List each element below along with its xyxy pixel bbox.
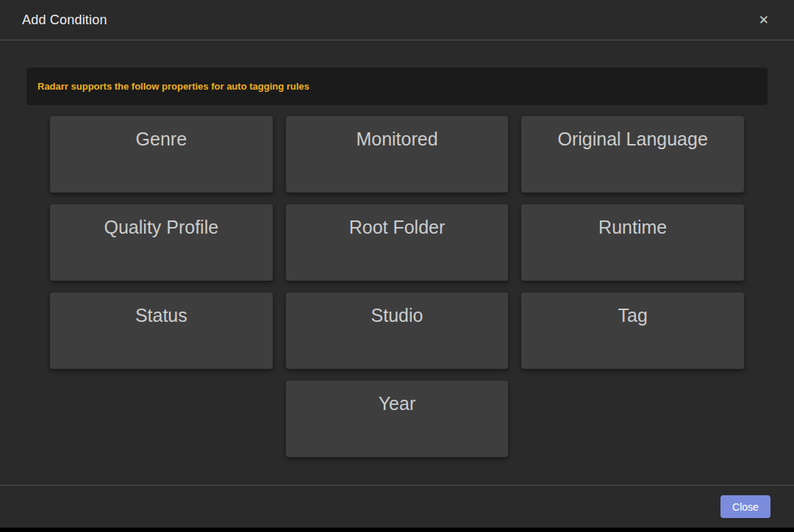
auto-tagging-info-banner: Radarr supports the follow properties fo…: [26, 68, 768, 105]
condition-card-monitored[interactable]: Monitored: [286, 116, 509, 193]
close-icon[interactable]: ✕: [756, 11, 772, 29]
condition-card-runtime[interactable]: Runtime: [521, 204, 744, 281]
condition-card-tag[interactable]: Tag: [521, 292, 744, 369]
close-button[interactable]: Close: [720, 495, 770, 518]
modal-footer: Close: [0, 485, 794, 528]
condition-grid: GenreMonitoredOriginal LanguageQuality P…: [50, 116, 744, 457]
condition-card-year[interactable]: Year: [286, 381, 509, 457]
condition-card-quality-profile[interactable]: Quality Profile: [50, 204, 273, 281]
condition-card-status[interactable]: Status: [50, 292, 273, 369]
condition-card-studio[interactable]: Studio: [286, 292, 509, 369]
condition-card-root-folder[interactable]: Root Folder: [286, 204, 509, 281]
condition-card-original-language[interactable]: Original Language: [521, 116, 744, 193]
modal-header: Add Condition ✕: [0, 0, 794, 40]
modal-title: Add Condition: [22, 12, 107, 28]
condition-card-genre[interactable]: Genre: [50, 116, 273, 193]
modal-body: Radarr supports the follow properties fo…: [0, 40, 794, 485]
add-condition-modal: Add Condition ✕ Radarr supports the foll…: [0, 0, 794, 528]
